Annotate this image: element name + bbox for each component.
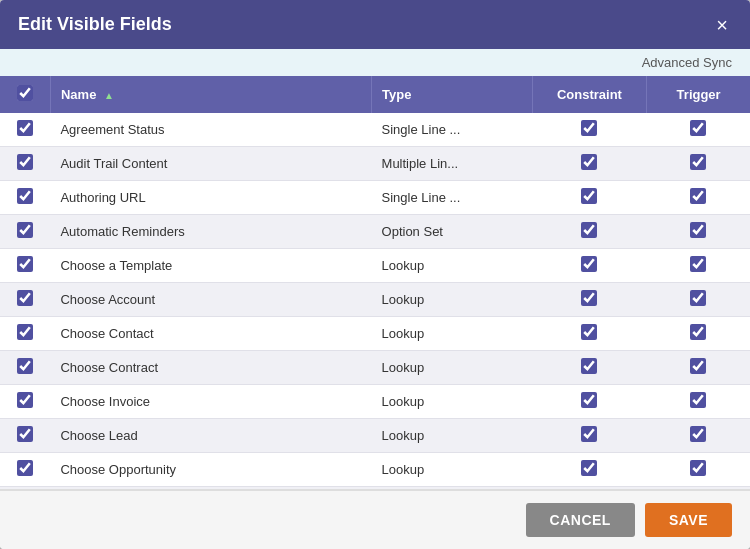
header-trigger-label: Trigger	[677, 87, 721, 102]
row-checkbox[interactable]	[17, 256, 33, 272]
row-checkbox-cell[interactable]	[0, 351, 50, 385]
row-trigger-cell[interactable]	[647, 385, 750, 419]
row-checkbox-cell[interactable]	[0, 147, 50, 181]
row-type: Lookup	[372, 453, 533, 487]
row-constraint-cell[interactable]	[532, 419, 647, 453]
row-trigger-checkbox[interactable]	[690, 256, 706, 272]
fields-table: Name ▲ Type Constraint Trigger Agreement…	[0, 76, 750, 490]
table-body: Agreement StatusSingle Line ...Audit Tra…	[0, 113, 750, 490]
row-checkbox[interactable]	[17, 290, 33, 306]
row-constraint-checkbox[interactable]	[581, 358, 597, 374]
row-trigger-cell[interactable]	[647, 283, 750, 317]
name-sort-icon[interactable]: ▲	[104, 90, 114, 101]
row-constraint-checkbox[interactable]	[581, 188, 597, 204]
row-constraint-cell[interactable]	[532, 147, 647, 181]
row-type: Lookup	[372, 419, 533, 453]
row-checkbox[interactable]	[17, 120, 33, 136]
row-checkbox-cell[interactable]	[0, 419, 50, 453]
row-trigger-checkbox[interactable]	[690, 358, 706, 374]
row-constraint-checkbox[interactable]	[581, 222, 597, 238]
header-constraint: Constraint	[532, 76, 647, 113]
modal-title: Edit Visible Fields	[18, 14, 172, 35]
row-constraint-checkbox[interactable]	[581, 154, 597, 170]
row-checkbox-cell[interactable]	[0, 215, 50, 249]
row-constraint-checkbox[interactable]	[581, 324, 597, 340]
row-constraint-cell[interactable]	[532, 351, 647, 385]
row-checkbox-cell[interactable]	[0, 249, 50, 283]
row-trigger-cell[interactable]	[647, 249, 750, 283]
row-trigger-cell[interactable]	[647, 317, 750, 351]
row-checkbox[interactable]	[17, 222, 33, 238]
select-all-checkbox[interactable]	[17, 85, 33, 101]
header-select-all[interactable]	[0, 76, 50, 113]
row-trigger-checkbox[interactable]	[690, 188, 706, 204]
row-checkbox-cell[interactable]	[0, 453, 50, 487]
row-trigger-cell[interactable]	[647, 453, 750, 487]
row-trigger-cell[interactable]	[647, 113, 750, 147]
row-name: Choose Contact	[50, 317, 371, 351]
row-checkbox[interactable]	[17, 188, 33, 204]
row-type: Lookup	[372, 351, 533, 385]
header-type: Type	[372, 76, 533, 113]
close-button[interactable]: ×	[712, 15, 732, 35]
row-trigger-cell[interactable]	[647, 419, 750, 453]
row-trigger-cell[interactable]	[647, 181, 750, 215]
table-row: Choose LeadLookup	[0, 419, 750, 453]
row-constraint-cell[interactable]	[532, 113, 647, 147]
row-trigger-cell[interactable]	[647, 351, 750, 385]
modal-header: Edit Visible Fields ×	[0, 0, 750, 49]
row-constraint-checkbox[interactable]	[581, 460, 597, 476]
row-checkbox[interactable]	[17, 358, 33, 374]
row-name: Agreement Status	[50, 113, 371, 147]
table-row: Audit Trail ContentMultiple Lin...	[0, 147, 750, 181]
fields-table-container: Name ▲ Type Constraint Trigger Agreement…	[0, 76, 750, 490]
row-trigger-cell[interactable]	[647, 147, 750, 181]
table-header-row: Name ▲ Type Constraint Trigger	[0, 76, 750, 113]
table-row: Choose OpportunityLookup	[0, 453, 750, 487]
row-constraint-cell[interactable]	[532, 215, 647, 249]
row-constraint-cell[interactable]	[532, 283, 647, 317]
row-checkbox[interactable]	[17, 154, 33, 170]
row-trigger-cell[interactable]	[647, 215, 750, 249]
row-constraint-checkbox[interactable]	[581, 120, 597, 136]
save-button[interactable]: SAVE	[645, 503, 732, 537]
table-row: Choose a TemplateLookup	[0, 249, 750, 283]
row-trigger-checkbox[interactable]	[690, 154, 706, 170]
row-constraint-checkbox[interactable]	[581, 426, 597, 442]
row-checkbox-cell[interactable]	[0, 317, 50, 351]
row-checkbox[interactable]	[17, 324, 33, 340]
row-trigger-checkbox[interactable]	[690, 324, 706, 340]
row-name: Choose a Template	[50, 249, 371, 283]
row-trigger-checkbox[interactable]	[690, 460, 706, 476]
row-constraint-checkbox[interactable]	[581, 392, 597, 408]
row-checkbox-cell[interactable]	[0, 113, 50, 147]
row-checkbox[interactable]	[17, 426, 33, 442]
row-trigger-checkbox[interactable]	[690, 426, 706, 442]
modal-footer: CANCEL SAVE	[0, 490, 750, 549]
row-name: Choose Lead	[50, 419, 371, 453]
row-constraint-checkbox[interactable]	[581, 290, 597, 306]
table-row: Choose AccountLookup	[0, 283, 750, 317]
row-type: Lookup	[372, 249, 533, 283]
row-constraint-cell[interactable]	[532, 249, 647, 283]
row-constraint-cell[interactable]	[532, 385, 647, 419]
row-type: Multiple Lin...	[372, 147, 533, 181]
row-checkbox-cell[interactable]	[0, 181, 50, 215]
row-trigger-checkbox[interactable]	[690, 392, 706, 408]
row-constraint-checkbox[interactable]	[581, 256, 597, 272]
cancel-button[interactable]: CANCEL	[526, 503, 635, 537]
table-row: Choose InvoiceLookup	[0, 385, 750, 419]
row-name: Automatic Reminders	[50, 215, 371, 249]
row-constraint-cell[interactable]	[532, 181, 647, 215]
row-constraint-cell[interactable]	[532, 453, 647, 487]
row-trigger-checkbox[interactable]	[690, 120, 706, 136]
row-trigger-checkbox[interactable]	[690, 290, 706, 306]
row-checkbox[interactable]	[17, 392, 33, 408]
row-constraint-cell[interactable]	[532, 317, 647, 351]
row-name: Choose Contract	[50, 351, 371, 385]
row-checkbox-cell[interactable]	[0, 385, 50, 419]
row-checkbox[interactable]	[17, 460, 33, 476]
row-type: Single Line ...	[372, 181, 533, 215]
row-trigger-checkbox[interactable]	[690, 222, 706, 238]
row-checkbox-cell[interactable]	[0, 283, 50, 317]
